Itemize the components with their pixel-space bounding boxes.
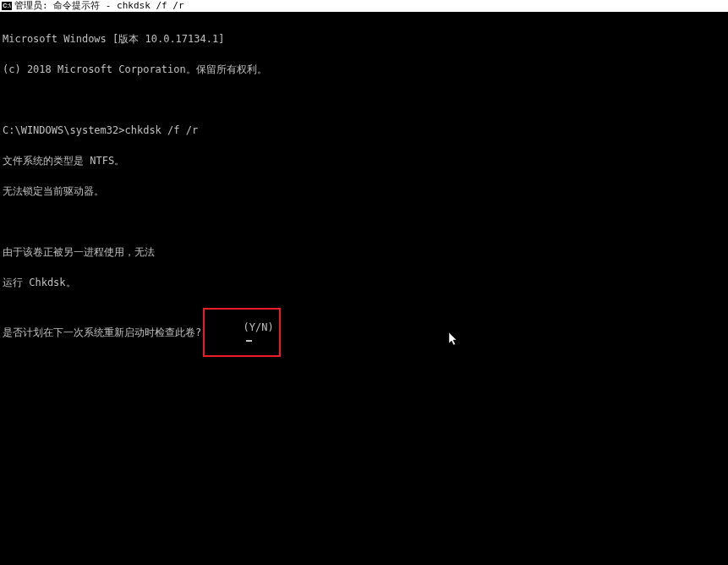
window-titlebar[interactable]: C:\ 管理员: 命令提示符 - chkdsk /f /r — [0, 0, 728, 12]
cmd-icon: C:\ — [2, 2, 12, 10]
terminal-line: (c) 2018 Microsoft Corporation。保留所有权利。 — [3, 64, 725, 74]
terminal-output[interactable]: Microsoft Windows [版本 10.0.17134.1] (c) … — [0, 12, 728, 369]
terminal-line: Microsoft Windows [版本 10.0.17134.1] — [3, 34, 725, 44]
text-cursor — [246, 340, 252, 342]
terminal-line — [3, 95, 725, 105]
window-title: 管理员: 命令提示符 - chkdsk /f /r — [14, 0, 184, 12]
yn-text: (Y/N) — [244, 321, 274, 333]
terminal-line: 文件系统的类型是 NTFS。 — [3, 156, 725, 166]
terminal-line — [3, 217, 725, 227]
terminal-line: 由于该卷正被另一进程使用，无法 — [3, 247, 725, 257]
terminal-prompt-line: 是否计划在下一次系统重新启动时检查此卷? (Y/N) — [3, 308, 725, 357]
prompt-question: 是否计划在下一次系统重新启动时检查此卷? — [3, 327, 201, 337]
yn-prompt-highlight[interactable]: (Y/N) — [203, 308, 280, 357]
terminal-line: 运行 Chkdsk。 — [3, 277, 725, 288]
terminal-line: 无法锁定当前驱动器。 — [3, 186, 725, 196]
terminal-line: C:\WINDOWS\system32>chkdsk /f /r — [3, 125, 725, 135]
